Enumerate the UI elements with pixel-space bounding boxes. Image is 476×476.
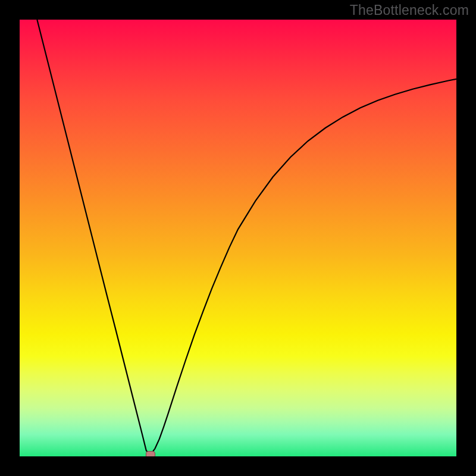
chart-frame: TheBottleneck.com — [0, 0, 476, 476]
bottleneck-curve — [37, 20, 456, 455]
plot-area — [20, 20, 456, 456]
curve-layer — [20, 20, 456, 456]
optimum-point — [146, 451, 155, 456]
watermark-text: TheBottleneck.com — [350, 2, 469, 18]
